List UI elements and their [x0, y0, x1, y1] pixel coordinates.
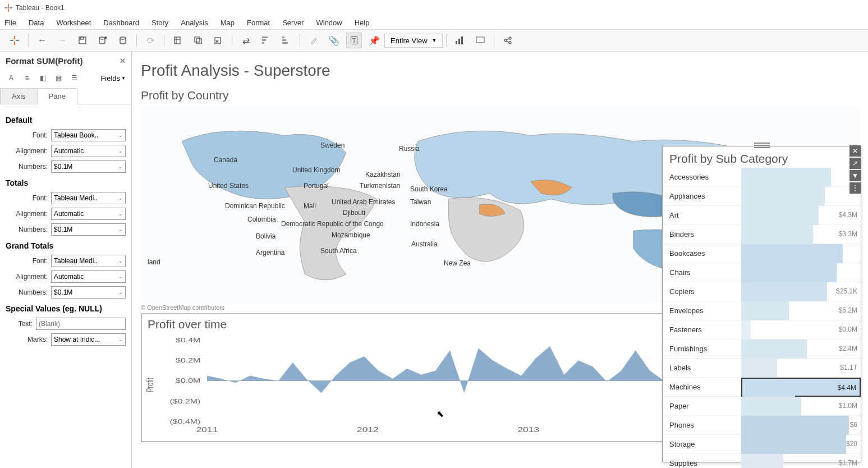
format-panel-title: Format SUM(Profit)	[6, 56, 83, 66]
subcat-row[interactable]: Envelopes$5.2M	[663, 301, 861, 320]
label-numbers: Numbers:	[6, 226, 48, 233]
subcat-row[interactable]: Phones$6	[663, 416, 861, 435]
border-tab-icon[interactable]: ▦	[53, 72, 64, 84]
totals-numbers-select[interactable]: $0.1M⌄	[51, 223, 126, 236]
subcat-row[interactable]: Labels$1.1T	[663, 359, 861, 378]
duplicate-icon[interactable]	[190, 33, 206, 48]
close-icon[interactable]: ✕	[120, 57, 126, 65]
subcat-row[interactable]: Copiers$25.1K	[663, 282, 861, 301]
attach-icon[interactable]: 📎	[326, 33, 342, 48]
external-icon[interactable]: ↗	[849, 158, 861, 169]
subcat-bar: $25.1K	[741, 282, 861, 301]
view-mode-select[interactable]: Entire View ▼	[384, 34, 443, 48]
refresh-icon[interactable]: ⟳	[143, 33, 158, 48]
tab-pane[interactable]: Pane	[37, 88, 77, 104]
sort-asc-icon[interactable]	[258, 33, 274, 48]
tab-axis[interactable]: Axis	[0, 88, 38, 104]
y-tick-label: ($0.2M)	[169, 398, 200, 405]
align-tab-icon[interactable]: ≡	[21, 72, 33, 84]
subcat-bar: $4.4M	[741, 378, 861, 397]
new-datasource-icon[interactable]: +	[95, 33, 111, 48]
subcat-row[interactable]: Fasteners$0.0M	[663, 320, 861, 339]
grand-numbers-select[interactable]: $0.1M⌄	[51, 286, 126, 299]
menubar: File Data Worksheet Dashboard Story Anal…	[0, 16, 868, 29]
grand-font-select[interactable]: Tableau Medi..⌄	[51, 255, 126, 267]
share-icon[interactable]	[500, 33, 516, 48]
svg-point-13	[120, 37, 126, 39]
shading-tab-icon[interactable]: ◧	[37, 72, 48, 84]
subcat-row[interactable]: Chairs	[663, 263, 861, 282]
menu-format[interactable]: Format	[247, 19, 270, 27]
svg-rect-10	[80, 37, 84, 39]
subcat-row[interactable]: Supplies$1.7M	[663, 454, 861, 468]
svg-rect-4	[8, 7, 9, 8]
subcat-row[interactable]: Appliances	[663, 187, 861, 206]
datasource-icon[interactable]	[115, 33, 131, 48]
menu-map[interactable]: Map	[221, 19, 235, 27]
pin-icon[interactable]: 📌	[366, 33, 382, 48]
menu-file[interactable]: File	[4, 19, 16, 27]
chevron-down-icon: ▼	[121, 76, 126, 81]
section-default: Default	[6, 116, 126, 125]
forward-icon[interactable]: →	[54, 33, 70, 48]
close-icon[interactable]: ✕	[849, 145, 861, 157]
subcat-row[interactable]: Furnishings$2.4M	[663, 339, 861, 359]
svg-rect-27	[282, 42, 288, 44]
label-align: Alignment:	[6, 147, 48, 155]
menu-worksheet[interactable]: Worksheet	[56, 19, 91, 27]
default-font-select[interactable]: Tableau Book..⌄	[51, 129, 126, 141]
section-special: Special Values (eg. NULL)	[6, 304, 126, 313]
chevron-down-icon: ⌄	[118, 132, 123, 138]
save-icon[interactable]	[75, 33, 90, 48]
subcat-value: $4.3M	[839, 211, 857, 219]
subcat-bar: $4.3M	[741, 206, 861, 225]
clear-icon[interactable]	[210, 33, 226, 48]
subcat-row[interactable]: Accessories	[663, 168, 861, 187]
highlight-icon[interactable]	[306, 33, 322, 48]
subcat-bar	[741, 168, 861, 187]
subcat-value: $3.3M	[839, 230, 857, 238]
presentation-icon[interactable]	[472, 33, 488, 48]
menu-analysis[interactable]: Analysis	[181, 19, 208, 27]
subcat-row[interactable]: Paper$1.0M	[663, 397, 861, 416]
default-numbers-select[interactable]: $0.1M⌄	[51, 160, 126, 173]
totals-align-select[interactable]: Automatic⌄	[51, 208, 126, 220]
y-axis-label: Profit	[145, 378, 155, 392]
sort-desc-icon[interactable]	[278, 33, 294, 48]
subcat-row[interactable]: Bookcases	[663, 244, 861, 263]
font-tab-icon[interactable]: A	[6, 72, 17, 84]
subcat-row[interactable]: Storage$20	[663, 435, 861, 454]
menu-window[interactable]: Window	[316, 19, 342, 27]
svg-rect-0	[8, 4, 9, 7]
subcat-row[interactable]: Art$4.3M	[663, 206, 861, 225]
label-text: Text:	[6, 320, 33, 328]
svg-line-37	[507, 41, 509, 42]
menu-story[interactable]: Story	[151, 19, 168, 27]
swap-icon[interactable]: ⇄	[238, 33, 254, 48]
grand-align-select[interactable]: Automatic⌄	[51, 270, 126, 283]
subcat-panel[interactable]: ✕ ↗ ▼ ⋮ Profit by Sub Category Accessori…	[662, 146, 861, 462]
label-icon[interactable]: T	[346, 33, 362, 48]
special-marks-select[interactable]: Show at Indic...⌄	[51, 333, 126, 346]
tableau-icon[interactable]	[7, 33, 22, 48]
x-tick-label: 2012	[357, 426, 379, 434]
back-icon[interactable]: ←	[34, 33, 50, 48]
menu-help[interactable]: Help	[355, 19, 370, 27]
fields-dropdown[interactable]: Fields▼	[100, 74, 126, 82]
default-align-select[interactable]: Automatic⌄	[51, 145, 126, 157]
svg-rect-25	[282, 36, 284, 38]
subcat-row[interactable]: Binders$3.3M	[663, 225, 861, 244]
menu-data[interactable]: Data	[29, 19, 44, 27]
lines-tab-icon[interactable]: ☰	[68, 72, 80, 84]
showme-icon[interactable]	[452, 33, 468, 48]
subcat-row[interactable]: Machines$4.4M	[663, 378, 861, 397]
totals-font-select[interactable]: Tableau Medi..⌄	[51, 192, 126, 204]
new-worksheet-icon[interactable]	[170, 33, 186, 48]
subcat-label: Chairs	[663, 268, 741, 277]
drag-handle-icon[interactable]	[754, 143, 770, 147]
chevron-down-icon: ▼	[432, 38, 437, 43]
menu-server[interactable]: Server	[282, 19, 304, 27]
special-text-input[interactable]	[36, 318, 126, 330]
titlebar: Tableau - Book1	[0, 0, 868, 16]
menu-dashboard[interactable]: Dashboard	[103, 19, 139, 27]
